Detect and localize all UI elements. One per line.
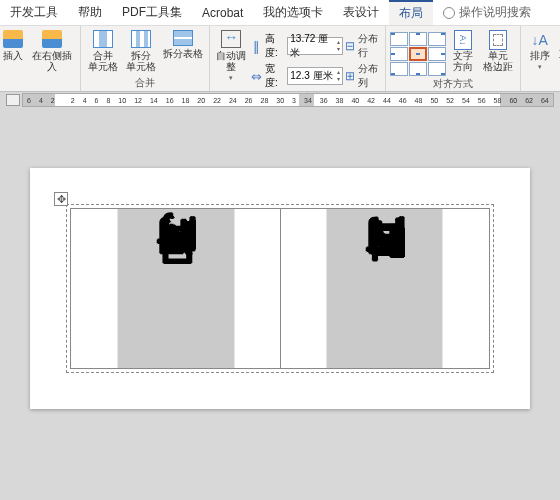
group-insert: 插入 在右侧插入 — [0, 26, 81, 91]
ruler-mark: 34 — [304, 97, 312, 104]
tell-me-search[interactable]: 操作说明搜索 — [433, 0, 531, 25]
group-alignment: A↓ 文字 方向 单元 格边距 对齐方式 — [386, 26, 521, 91]
ruler-mark: 54 — [462, 97, 470, 104]
distribute-rows-button[interactable]: ⊟ 分布行 — [345, 32, 381, 60]
width-label: 宽度: — [265, 62, 285, 90]
align-bottom-right[interactable] — [428, 62, 446, 76]
cell-margins-button[interactable]: 单元 格边距 — [480, 28, 516, 74]
insert-right-button[interactable]: 在右侧插入 — [28, 28, 76, 74]
width-row: ⇔ 宽度: 12.3 厘米 ▴▾ — [250, 62, 343, 90]
ruler-mark: 60 — [509, 97, 517, 104]
tell-me-label: 操作说明搜索 — [459, 4, 531, 21]
sort-icon: ↓A — [531, 30, 549, 50]
width-icon: ⇔ — [250, 69, 262, 84]
split-cells-icon — [131, 30, 151, 48]
ruler-mark: 28 — [261, 97, 269, 104]
horizontal-ruler[interactable]: 6422468101214161820222426283033436384042… — [22, 93, 554, 107]
sort-label: 排序 — [530, 50, 550, 61]
insert-button-partial[interactable]: 插入 — [0, 28, 26, 63]
ruler-mark: 52 — [446, 97, 454, 104]
height-input[interactable]: 13.72 厘米 ▴▾ — [287, 37, 343, 55]
page: ✥ 日间时 时间日 — [30, 168, 530, 409]
ruler-mark: 16 — [166, 97, 174, 104]
document-table[interactable]: 日间时 时间日 — [70, 208, 490, 369]
group-merge: 合并 单元格 拆分 单元格 拆分表格 合并 — [81, 26, 210, 91]
sort-button[interactable]: ↓A 排序 ▾ — [525, 28, 555, 74]
align-middle-left[interactable] — [390, 47, 408, 61]
cell-margins-icon — [489, 30, 507, 50]
cell-text-2: 时间日 — [357, 282, 412, 294]
width-input[interactable]: 12.3 厘米 ▴▾ — [287, 67, 343, 85]
tab-acrobat[interactable]: Acrobat — [192, 0, 253, 25]
align-middle-right[interactable] — [428, 47, 446, 61]
dist-rows-label: 分布行 — [358, 32, 381, 60]
ruler-mark: 50 — [430, 97, 438, 104]
insert-right-icon — [42, 30, 62, 48]
cell-margins-label: 单元 格边距 — [483, 50, 513, 72]
ruler-mark: 64 — [541, 97, 549, 104]
table-row: 日间时 时间日 — [71, 209, 490, 369]
table-move-handle[interactable]: ✥ — [54, 192, 68, 206]
align-bottom-center[interactable] — [409, 62, 427, 76]
merge-cells-icon — [93, 30, 113, 48]
ruler-mark: 14 — [150, 97, 158, 104]
ruler-mark: 46 — [399, 97, 407, 104]
tab-dev-tools[interactable]: 开发工具 — [0, 0, 68, 25]
auto-fit-icon — [221, 30, 241, 48]
ruler-mark: 62 — [525, 97, 533, 104]
ribbon-tabs: 开发工具 帮助 PDF工具集 Acrobat 我的选项卡 表设计 布局 操作说明… — [0, 0, 560, 26]
ruler-mark: 12 — [134, 97, 142, 104]
split-table-button[interactable]: 拆分表格 — [161, 28, 205, 61]
height-spinner[interactable]: ▴▾ — [337, 39, 340, 53]
ruler-mark: 4 — [83, 97, 87, 104]
ruler-mark: 38 — [336, 97, 344, 104]
dropdown-icon: ▾ — [229, 72, 233, 83]
width-spinner[interactable]: ▴▾ — [337, 69, 340, 83]
lightbulb-icon — [443, 7, 455, 19]
tab-pdf[interactable]: PDF工具集 — [112, 0, 192, 25]
ruler-mark: 42 — [367, 97, 375, 104]
ruler-mark: 3 — [292, 97, 296, 104]
height-value: 13.72 厘米 — [290, 32, 337, 60]
align-top-right[interactable] — [428, 32, 446, 46]
auto-fit-button[interactable]: 自动调整 ▾ — [214, 28, 248, 85]
align-top-center[interactable] — [409, 32, 427, 46]
distribute-column: ⊟ 分布行 ⊞ 分布列 — [345, 28, 381, 90]
document-canvas[interactable]: ✥ 日间时 时间日 — [0, 108, 560, 500]
text-direction-icon: A↓ — [454, 30, 472, 50]
ruler-mark: 2 — [51, 97, 55, 104]
ruler-mark: 6 — [95, 97, 99, 104]
table-cell-1[interactable]: 日间时 — [71, 209, 281, 369]
tab-layout[interactable]: 布局 — [389, 0, 433, 25]
ruler-mark: 20 — [197, 97, 205, 104]
ruler-mark: 30 — [276, 97, 284, 104]
text-direction-label: 文字 方向 — [453, 50, 473, 72]
dist-rows-icon: ⊟ — [345, 39, 356, 53]
split-table-label: 拆分表格 — [163, 48, 203, 59]
align-bottom-left[interactable] — [390, 62, 408, 76]
ruler-mark: 4 — [39, 97, 43, 104]
table-cell-2[interactable]: 时间日 — [280, 209, 490, 369]
merge-cells-button[interactable]: 合并 单元格 — [85, 28, 121, 74]
align-top-left[interactable] — [390, 32, 408, 46]
ruler-mark: 58 — [494, 97, 502, 104]
ruler-mark: 18 — [182, 97, 190, 104]
ruler-mark: 48 — [415, 97, 423, 104]
text-direction-button[interactable]: A↓ 文字 方向 — [448, 28, 478, 74]
tab-mytab[interactable]: 我的选项卡 — [253, 0, 333, 25]
split-cells-button[interactable]: 拆分 单元格 — [123, 28, 159, 74]
ruler-corner[interactable] — [6, 94, 20, 106]
ribbon-content: 插入 在右侧插入 合并 单元格 拆分 单元格 拆分表格 合并 — [0, 26, 560, 92]
insert-icon — [3, 30, 23, 48]
tab-table-design[interactable]: 表设计 — [333, 0, 389, 25]
ruler-mark: 44 — [383, 97, 391, 104]
group-cell-size: 自动调整 ▾ ‖ 高度: 13.72 厘米 ▴▾ ⇔ 宽度: 12.3 厘米 — [210, 26, 386, 91]
insert-right-label: 在右侧插入 — [29, 50, 75, 72]
ruler-mark: 26 — [245, 97, 253, 104]
ruler-mark: 40 — [351, 97, 359, 104]
tab-help[interactable]: 帮助 — [68, 0, 112, 25]
align-middle-center[interactable] — [409, 47, 427, 61]
ruler-mark: 24 — [229, 97, 237, 104]
dist-cols-icon: ⊞ — [345, 69, 356, 83]
distribute-cols-button[interactable]: ⊞ 分布列 — [345, 62, 381, 90]
